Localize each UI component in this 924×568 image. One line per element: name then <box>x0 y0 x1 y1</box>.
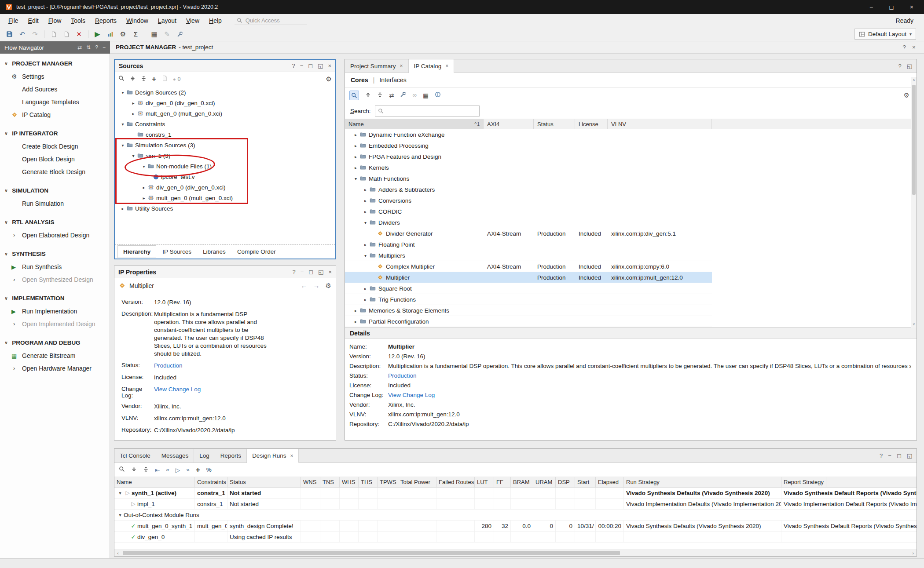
scroll-left-icon[interactable]: ‹ <box>114 550 121 556</box>
column-header-status[interactable]: Status <box>534 119 575 129</box>
collapse-all-icon[interactable] <box>365 92 371 99</box>
float-icon[interactable]: ◱ <box>907 63 912 69</box>
grid-view-icon[interactable]: ▦ <box>423 92 429 99</box>
close-icon[interactable]: × <box>912 44 916 51</box>
float-icon[interactable]: ◱ <box>318 269 323 275</box>
sum-button[interactable]: Σ <box>130 29 142 40</box>
column-header-vlnv[interactable]: VLNV <box>608 119 712 129</box>
menu-help[interactable]: Help <box>204 15 227 26</box>
minimize-icon[interactable]: − <box>300 62 304 69</box>
flow-nav-item-run-simulation[interactable]: Run Simulation <box>0 197 110 210</box>
flow-nav-item-open-hardware-manager[interactable]: › Open Hardware Manager <box>0 362 110 375</box>
chevron-right-icon[interactable]: ▸ <box>362 187 369 192</box>
search-toggle-icon[interactable] <box>349 91 359 100</box>
tree-item-sim-1[interactable]: ▾ sim_1 (3) <box>115 150 335 161</box>
section-header-simulation[interactable]: ∨ SIMULATION <box>0 184 110 197</box>
chevron-down-icon[interactable]: ▾ <box>140 164 147 169</box>
flow-nav-item-generate-block-design[interactable]: Generate Block Design <box>0 165 110 178</box>
chevron-down-icon[interactable]: ▾ <box>117 491 124 495</box>
minimize-icon[interactable]: − <box>301 269 304 275</box>
step-forward-icon[interactable]: » <box>186 466 190 473</box>
section-header-synthesis[interactable]: ∨ SYNTHESIS <box>0 248 110 260</box>
help-icon[interactable]: ? <box>880 452 883 459</box>
chevron-right-icon[interactable]: ▸ <box>352 154 359 159</box>
column-header-whs[interactable]: WHS <box>340 477 359 487</box>
scrollbar-thumb[interactable] <box>912 85 916 195</box>
chevron-right-icon[interactable]: ▸ <box>362 242 369 247</box>
chevron-down-icon[interactable]: ▾ <box>130 153 137 158</box>
column-header-dsp[interactable]: DSP <box>556 477 575 487</box>
catalog-category-row[interactable]: ▸Square Root <box>345 283 712 294</box>
catalog-ip-row-complex-multiplier[interactable]: Complex Multiplier AXI4-Stream Productio… <box>345 261 712 272</box>
catalog-category-row[interactable]: ▾Dividers <box>345 217 712 228</box>
expand-all-icon[interactable] <box>141 76 147 83</box>
flow-nav-item-generate-bitstream[interactable]: ▦ Generate Bitstream <box>0 349 110 362</box>
window-close-button[interactable]: × <box>910 4 913 11</box>
search-icon[interactable] <box>118 75 125 83</box>
menu-edit[interactable]: Edit <box>23 15 44 26</box>
run-icon[interactable]: ▷ <box>176 466 180 473</box>
column-header-tpws[interactable]: TPWS <box>378 477 398 487</box>
help-icon[interactable]: ? <box>898 63 901 69</box>
tree-item-constrs-1[interactable]: constrs_1 <box>115 129 335 140</box>
section-header-ip-integrator[interactable]: ∨ IP INTEGRATOR <box>0 127 110 140</box>
expand-all-icon[interactable] <box>377 92 383 99</box>
chevron-right-icon[interactable]: ▸ <box>119 206 126 211</box>
column-header-uram[interactable]: URAM <box>533 477 556 487</box>
open-file-icon[interactable] <box>161 75 168 83</box>
tree-item-design-sources[interactable]: ▾ Design Sources (2) <box>115 87 335 98</box>
close-icon[interactable]: × <box>445 63 448 69</box>
tools-wrench-button[interactable] <box>174 29 186 40</box>
column-header-report-strategy[interactable]: Report Strategy <box>781 477 826 487</box>
tab-ip-catalog[interactable]: IP Catalog × <box>409 59 455 73</box>
status-link[interactable]: Production <box>154 362 273 370</box>
column-header-license[interactable]: License <box>575 119 608 129</box>
scroll-up-icon[interactable]: ∧ <box>911 77 917 83</box>
column-header-ths[interactable]: THS <box>359 477 378 487</box>
close-icon[interactable]: × <box>290 453 293 459</box>
menu-reports[interactable]: Reports <box>90 15 121 26</box>
percent-icon[interactable]: % <box>206 466 212 473</box>
column-header-constraints[interactable]: Constraints <box>195 477 227 487</box>
expand-all-icon[interactable] <box>143 466 149 473</box>
run-row-synth-1[interactable]: ▾▷synth_1 (active) constrs_1 Not started… <box>114 488 917 499</box>
catalog-category-row[interactable]: ▾Math Functions <box>345 173 712 184</box>
tab-project-summary[interactable]: Project Summary × <box>345 59 409 73</box>
minimize-icon[interactable]: − <box>103 44 106 51</box>
chevron-right-icon[interactable]: ▸ <box>140 185 147 190</box>
change-log-link[interactable]: View Change Log <box>154 386 273 399</box>
scroll-right-icon[interactable]: › <box>909 550 917 556</box>
help-icon[interactable]: ? <box>903 44 906 51</box>
catalog-category-row[interactable]: ▾Multipliers <box>345 250 712 261</box>
step-back-icon[interactable]: « <box>166 466 169 473</box>
flow-nav-item-create-block-design[interactable]: Create Block Design <box>0 140 110 153</box>
chevron-down-icon[interactable]: ▾ <box>362 220 369 225</box>
column-header-lut[interactable]: LUT <box>475 477 494 487</box>
flow-nav-item-open-implemented-design[interactable]: › Open Implemented Design <box>0 317 110 330</box>
menu-flow[interactable]: Flow <box>44 15 66 26</box>
close-icon[interactable]: × <box>400 63 403 69</box>
column-header-elapsed[interactable]: Elapsed <box>596 477 624 487</box>
sources-panel-header[interactable]: Sources ? − ◻ ◱ × <box>115 60 335 72</box>
quick-access-search[interactable]: Quick Access <box>235 16 307 25</box>
chevron-right-icon[interactable]: ▸ <box>352 165 359 170</box>
info-icon[interactable] <box>435 91 441 99</box>
restore-hierarchy-icon[interactable]: ⇄ <box>389 92 394 99</box>
catalog-category-row[interactable]: ▸CORDIC <box>345 206 712 217</box>
tree-item-sim-mult-gen-0[interactable]: ▸ mult_gen_0 (mult_gen_0.xci) <box>115 193 335 203</box>
customize-wrench-icon[interactable] <box>400 91 406 99</box>
search-icon[interactable] <box>119 466 125 473</box>
catalog-ip-row-divider-generator[interactable]: Divider Generator AXI4-Stream Production… <box>345 228 712 239</box>
grid-button[interactable]: ▦ <box>148 29 160 40</box>
status-link[interactable]: Production <box>388 372 911 379</box>
column-header-tns[interactable]: TNS <box>320 477 340 487</box>
chevron-right-icon[interactable]: ▸ <box>352 319 359 324</box>
flow-nav-item-add-sources[interactable]: Add Sources <box>0 83 110 95</box>
tab-design-runs[interactable]: Design Runs × <box>247 449 299 463</box>
catalog-category-row[interactable]: ▸Kernels <box>345 162 712 173</box>
tree-item-non-module-files[interactable]: ▾ Non-module Files (1) <box>115 161 335 171</box>
minimize-icon[interactable]: − <box>888 452 891 459</box>
column-header-axi4[interactable]: AXI4 <box>484 119 534 129</box>
catalog-category-row[interactable]: ▸Adders & Subtracters <box>345 184 712 195</box>
scroll-down-icon[interactable]: ∨ <box>911 321 917 328</box>
